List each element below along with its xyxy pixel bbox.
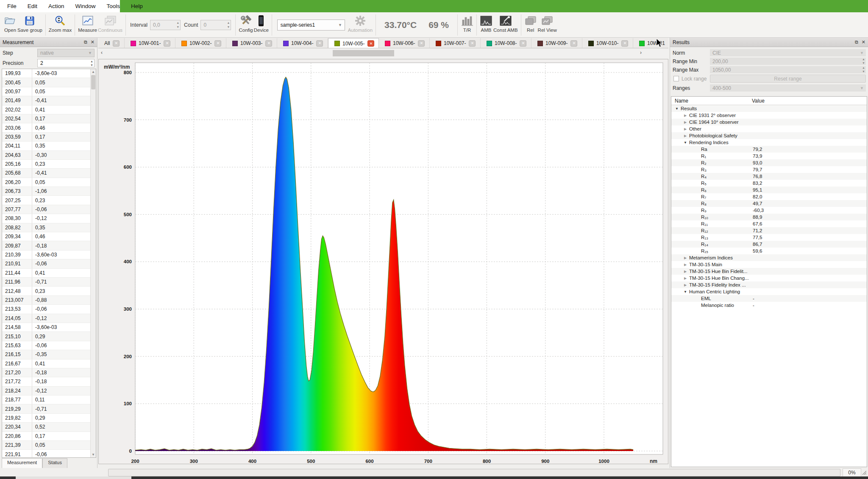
resize-grip-icon[interactable] [861, 470, 867, 476]
tree-row[interactable]: ▶TM-30-15 Fidelity Index ... [671, 281, 867, 288]
table-row[interactable]: 219,820,29 [2, 414, 90, 423]
count-input[interactable]: 0▲▼ [200, 20, 231, 30]
table-row[interactable]: 203,060,46 [2, 123, 90, 132]
tree-row[interactable]: R₁₀88,9 [671, 214, 867, 220]
scrollbar-thumb[interactable] [91, 75, 95, 89]
tree-row[interactable]: R₆95,1 [671, 187, 867, 193]
close-tab-icon[interactable]: ✕ [214, 40, 221, 47]
const-amb-button[interactable]: Const AMB [493, 14, 518, 36]
measurement-table[interactable]: 199,93-3,60e-03200,450,05200,970,05201,4… [2, 69, 96, 458]
chevron-right-icon[interactable]: ▶ [683, 256, 687, 260]
table-row[interactable]: 217,72-0,18 [2, 377, 90, 386]
tree-row[interactable]: ▶Other [671, 125, 867, 132]
table-row[interactable]: 208,30-0,12 [2, 214, 90, 223]
measure-button[interactable]: Measure [78, 14, 97, 36]
table-row[interactable]: 218,770,11 [2, 395, 90, 404]
table-row[interactable]: 210,91-0,06 [2, 259, 90, 268]
config-button[interactable]: Config [239, 14, 253, 36]
table-row[interactable]: 213,53-0,06 [2, 305, 90, 314]
menu-item-edit[interactable]: Edit [22, 1, 43, 11]
table-row[interactable]: 205,68-0,41 [2, 169, 90, 178]
norm-select[interactable]: CIE▼ [710, 49, 866, 56]
measurement-table-scrollbar[interactable]: ▲ ▼ [90, 69, 96, 457]
tree-row[interactable]: R₁₅59,6 [671, 248, 867, 254]
series-tab-10w004[interactable]: 10W-004-✕ [277, 38, 328, 48]
series-tab-10w006[interactable]: 10W-006-✕ [379, 38, 430, 48]
series-tab-10w005[interactable]: 10W-005-✕ [328, 38, 379, 48]
stepper-arrows-icon[interactable]: ▲▼ [227, 21, 230, 29]
close-panel-icon[interactable]: ✕ [862, 39, 865, 45]
table-row[interactable]: 199,93-3,60e-03 [2, 69, 90, 78]
device-button[interactable]: Device [254, 14, 269, 36]
tab-status[interactable]: Status [42, 458, 67, 468]
table-row[interactable]: 205,160,23 [2, 160, 90, 169]
scroll-left-icon[interactable]: ‹ [101, 50, 103, 56]
table-row[interactable]: 211,440,41 [2, 269, 90, 278]
close-tab-icon[interactable]: ✕ [113, 40, 120, 47]
series-select[interactable]: sample-series1▼ [277, 19, 345, 31]
precision-stepper[interactable]: 2 ▲▼ [37, 59, 95, 67]
lock-range-checkbox[interactable] [673, 76, 679, 81]
spectrum-chart[interactable]: 0100200300400500600700800200300400500600… [98, 59, 668, 464]
tree-row[interactable]: EML- [671, 295, 867, 302]
table-row[interactable]: 212,480,23 [2, 287, 90, 295]
tree-row[interactable]: R₁₄86,7 [671, 241, 867, 248]
chevron-right-icon[interactable]: ▶ [683, 120, 687, 124]
close-tab-icon[interactable]: ✕ [520, 40, 526, 47]
table-row[interactable]: 200,450,05 [2, 78, 90, 87]
tr-button[interactable]: T/R [461, 14, 473, 36]
stepper-arrows-icon[interactable]: ▲▼ [862, 66, 865, 73]
zoom-max-button[interactable]: Zoom max [49, 14, 72, 36]
float-panel-icon[interactable]: ⧉ [84, 39, 87, 45]
menu-item-window[interactable]: Window [70, 1, 101, 11]
tree-row[interactable]: R₈49,7 [671, 200, 867, 207]
chevron-down-icon[interactable]: ▼ [683, 290, 687, 294]
table-row[interactable]: 219,29-0,71 [2, 404, 90, 413]
table-row[interactable]: 201,49-0,41 [2, 96, 90, 105]
close-tab-icon[interactable]: ✕ [570, 40, 577, 47]
close-tab-icon[interactable]: ✕ [469, 40, 476, 47]
table-row[interactable]: 209,340,46 [2, 232, 90, 241]
interval-input[interactable]: 0,0▲▼ [150, 20, 181, 30]
stepper-arrows-icon[interactable]: ▲▼ [176, 21, 179, 29]
stepper-arrows-icon[interactable]: ▲▼ [90, 59, 93, 67]
tree-row[interactable]: ▶Photobiological Safety [671, 132, 867, 139]
chevron-down-icon[interactable]: ▼ [683, 141, 687, 145]
series-tab-10w008[interactable]: 10W-008-✕ [481, 38, 531, 48]
tree-row[interactable]: R₅83,2 [671, 180, 867, 187]
table-row[interactable]: 221,91-0,06 [2, 450, 90, 458]
chevron-right-icon[interactable]: ▶ [683, 263, 687, 267]
series-tab-all[interactable]: All✕ [100, 38, 125, 48]
close-tab-icon[interactable]: ✕ [164, 40, 170, 47]
table-row[interactable]: 220,340,52 [2, 423, 90, 432]
hscrollbar-thumb[interactable] [333, 50, 394, 56]
table-row[interactable]: 207,77-0,06 [2, 205, 90, 214]
menu-item-file[interactable]: File [2, 1, 22, 11]
ranges-select[interactable]: 400-500▼ [710, 84, 866, 92]
table-row[interactable]: 204,63-0,30 [2, 151, 90, 160]
close-tab-icon[interactable]: ✕ [621, 40, 628, 47]
table-row[interactable]: 214,05-0,12 [2, 314, 90, 323]
automation-button[interactable]: Automation [348, 14, 373, 36]
chevron-right-icon[interactable]: ▶ [683, 134, 687, 138]
tree-row[interactable]: R₂93,0 [671, 159, 867, 166]
table-row[interactable]: 214,58-3,60e-03 [2, 323, 90, 332]
range-min-field[interactable]: 200,00 ▲▼ [710, 58, 866, 65]
tree-row[interactable]: Melanopic ratio- [671, 302, 867, 309]
tree-row[interactable]: R₃79,7 [671, 166, 867, 173]
rel-button[interactable]: Rel [524, 14, 537, 36]
tree-row[interactable]: ▶TM-30-15 Hue Bin Fidelit... [671, 268, 867, 275]
series-tab-10w001[interactable]: 10W-001-✕ [125, 38, 175, 48]
scroll-right-icon[interactable]: › [640, 50, 642, 56]
chart-hscrollbar[interactable]: ‹ › [98, 49, 668, 58]
tab-measurement[interactable]: Measurement [2, 458, 42, 468]
tree-row[interactable]: R₇82,0 [671, 193, 867, 200]
scroll-down-icon[interactable]: ▼ [91, 452, 96, 457]
tree-row[interactable]: ▼Results [671, 105, 867, 112]
tree-row[interactable]: R₄76,8 [671, 173, 867, 180]
table-row[interactable]: 202,020,41 [2, 106, 90, 114]
series-tab-10w003[interactable]: 10W-003-✕ [226, 38, 277, 48]
table-row[interactable]: 215,100,29 [2, 332, 90, 341]
table-row[interactable]: 204,110,35 [2, 142, 90, 150]
tree-row[interactable]: ▶CIE 1931 2° observer [671, 112, 867, 119]
